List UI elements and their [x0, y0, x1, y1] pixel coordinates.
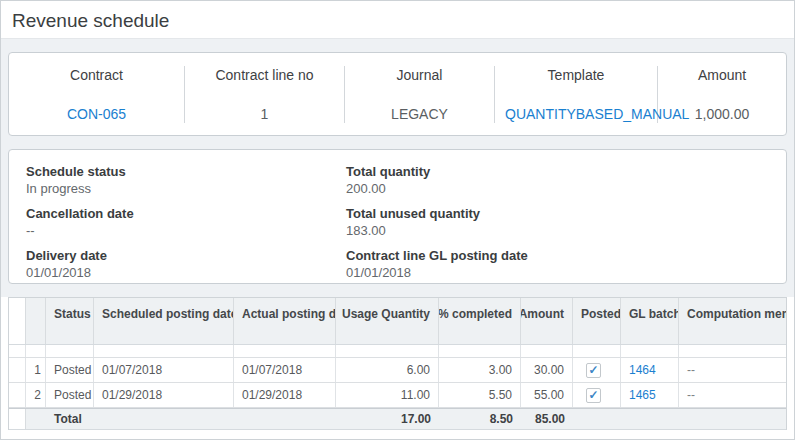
row-usage-quantity: 11.00: [336, 383, 439, 407]
revenue-schedule-page: Revenue schedule Contract CON-065 Contra…: [0, 0, 795, 440]
field-cancellation-date: Cancellation date --: [26, 205, 346, 239]
row-pct-completed: 3.00: [439, 358, 521, 382]
row-handle: [9, 358, 26, 382]
row-gl-batch-cell: 1465: [621, 383, 679, 407]
total-amount: 85.00: [521, 409, 573, 429]
gl-batch-link[interactable]: 1464: [629, 363, 656, 377]
total-label: Total: [46, 409, 94, 429]
summary-col-journal: Journal LEGACY: [345, 66, 495, 123]
contract-line-gl-posting-date-value: 01/01/2018: [346, 264, 769, 281]
total-quantity-label: Total quantity: [346, 163, 769, 180]
summary-col-amount: Amount 1,000.00: [658, 66, 786, 123]
total-usage-quantity: 17.00: [336, 409, 439, 429]
field-contract-line-gl-posting-date: Contract line GL posting date 01/01/2018: [346, 247, 769, 281]
journal-label: Journal: [355, 67, 484, 83]
table-spacer-row: [9, 345, 786, 358]
total-pct-completed: 8.50: [439, 409, 521, 429]
amount-label: Amount: [668, 67, 776, 83]
row-actual-posting-date: 01/07/2018: [234, 358, 336, 382]
header-status: Status: [46, 298, 94, 344]
field-total-quantity: Total quantity 200.00: [346, 163, 769, 197]
row-computation-memo: --: [679, 358, 786, 382]
summary-col-template: Template QUANTITYBASED_MANUAL: [495, 66, 658, 123]
row-status: Posted: [46, 358, 94, 382]
posted-checkbox[interactable]: ✓: [586, 363, 601, 378]
row-status: Posted: [46, 383, 94, 407]
summary-col-contract-line-no: Contract line no 1: [185, 66, 345, 123]
row-number: 2: [26, 383, 46, 407]
total-unused-quantity-label: Total unused quantity: [346, 205, 769, 222]
contract-line-no-label: Contract line no: [195, 67, 334, 83]
header-gl-batch: GL batch: [621, 298, 679, 344]
field-total-unused-quantity: Total unused quantity 183.00: [346, 205, 769, 239]
delivery-date-value: 01/01/2018: [26, 264, 346, 281]
header-amount: Amount: [521, 298, 573, 344]
schedule-table: Status Scheduled posting date Actual pos…: [8, 297, 787, 430]
total-quantity-value: 200.00: [346, 180, 769, 197]
journal-value: LEGACY: [355, 106, 484, 122]
header-pct-completed: % completed: [439, 298, 521, 344]
header-rownum-cell: [26, 298, 46, 344]
header-actual-posting-date: Actual posting date: [234, 298, 336, 344]
details-left-column: Schedule status In progress Cancellation…: [26, 163, 346, 270]
title-bar: Revenue schedule: [1, 1, 794, 39]
check-icon: ✓: [588, 389, 598, 401]
summary-col-contract: Contract CON-065: [9, 66, 185, 123]
template-link[interactable]: QUANTITYBASED_MANUAL: [505, 106, 647, 122]
schedule-status-value: In progress: [26, 180, 346, 197]
contract-summary-band: Contract CON-065 Contract line no 1 Jour…: [8, 52, 787, 136]
row-handle: [9, 383, 26, 407]
page-title: Revenue schedule: [12, 10, 783, 32]
page-content: Contract CON-065 Contract line no 1 Jour…: [1, 39, 794, 440]
schedule-status-label: Schedule status: [26, 163, 346, 180]
row-amount: 55.00: [521, 383, 573, 407]
header-computation-memo: Computation memo: [679, 298, 786, 344]
check-icon: ✓: [588, 364, 598, 376]
header-posted: Posted: [573, 298, 621, 344]
row-computation-memo: --: [679, 383, 786, 407]
field-schedule-status: Schedule status In progress: [26, 163, 346, 197]
schedule-details-panel: Schedule status In progress Cancellation…: [8, 149, 787, 284]
header-usage-quantity: Usage Quantity: [336, 298, 439, 344]
row-scheduled-posting-date: 01/07/2018: [94, 358, 234, 382]
table-header-row: Status Scheduled posting date Actual pos…: [9, 298, 786, 345]
table-total-row: Total 17.00 8.50 85.00: [9, 408, 786, 430]
contract-line-no-value: 1: [195, 106, 334, 122]
row-usage-quantity: 6.00: [336, 358, 439, 382]
delivery-date-label: Delivery date: [26, 247, 346, 264]
table-row: 1 Posted 01/07/2018 01/07/2018 6.00 3.00…: [9, 358, 786, 383]
contract-label: Contract: [19, 67, 174, 83]
details-right-column: Total quantity 200.00 Total unused quant…: [346, 163, 769, 270]
row-posted-cell: ✓: [573, 383, 621, 407]
row-gl-batch-cell: 1464: [621, 358, 679, 382]
total-unused-quantity-value: 183.00: [346, 222, 769, 239]
gl-batch-link[interactable]: 1465: [629, 388, 656, 402]
header-scheduled-posting-date: Scheduled posting date: [94, 298, 234, 344]
header-handle-cell: [9, 298, 26, 344]
row-scheduled-posting-date: 01/29/2018: [94, 383, 234, 407]
schedule-table-section: Status Scheduled posting date Actual pos…: [1, 297, 794, 440]
table-row: 2 Posted 01/29/2018 01/29/2018 11.00 5.5…: [9, 383, 786, 408]
cancellation-date-label: Cancellation date: [26, 205, 346, 222]
amount-value: 1,000.00: [668, 106, 776, 122]
cancellation-date-value: --: [26, 222, 346, 239]
row-posted-cell: ✓: [573, 358, 621, 382]
contract-line-gl-posting-date-label: Contract line GL posting date: [346, 247, 769, 264]
row-number: 1: [26, 358, 46, 382]
contract-link[interactable]: CON-065: [19, 106, 174, 122]
row-amount: 30.00: [521, 358, 573, 382]
field-delivery-date: Delivery date 01/01/2018: [26, 247, 346, 281]
template-label: Template: [505, 67, 647, 83]
row-actual-posting-date: 01/29/2018: [234, 383, 336, 407]
posted-checkbox[interactable]: ✓: [586, 388, 601, 403]
row-pct-completed: 5.50: [439, 383, 521, 407]
